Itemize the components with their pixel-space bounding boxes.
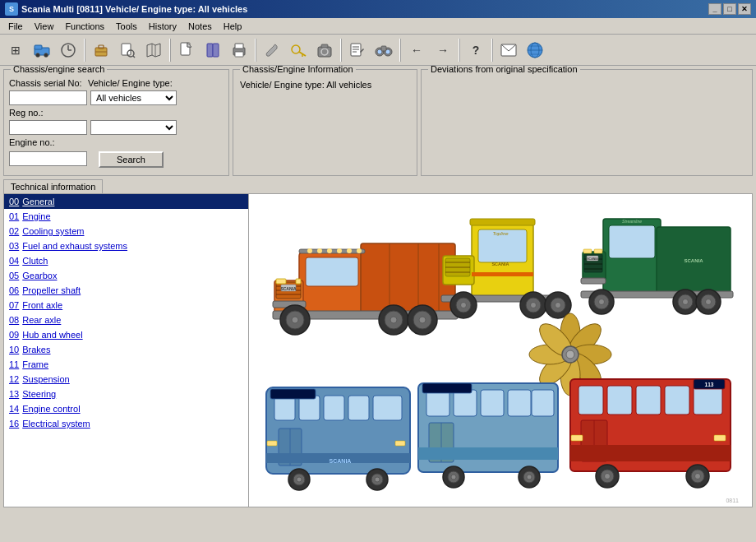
svg-point-89 [461,303,467,308]
panels-row: Chassis/engine search Chassis serial No:… [3,69,753,176]
forward-button[interactable]: → [431,38,455,63]
key-button[interactable] [286,38,311,63]
blue-bus-center [418,383,558,488]
clock-button[interactable] [56,38,81,63]
list-item-07[interactable]: 07 Front axle [4,298,248,313]
searchdoc-button[interactable] [115,38,140,63]
title-bar: S Scania Multi [0811] Vehicle/ Engine ty… [0,0,756,18]
svg-rect-154 [454,390,477,416]
list-item-04[interactable]: 04 Clutch [4,253,248,268]
tech-list[interactable]: 00 General 01 Engine 02 Cooling system 0… [4,194,249,507]
svg-text:SCANIA: SCANIA [280,286,297,291]
svg-point-72 [317,248,322,253]
menu-help[interactable]: Help [219,20,247,33]
menu-notes[interactable]: Notes [183,20,217,33]
svg-rect-178 [570,445,731,461]
list-item-03[interactable]: 03 Fuel and exhaust systems [4,239,248,253]
menu-functions[interactable]: Functions [60,20,109,33]
sep1 [84,39,85,62]
svg-rect-28 [321,44,328,48]
list-item-01[interactable]: 01 Engine [4,209,248,224]
edit-button[interactable] [345,38,370,63]
svg-point-164 [451,475,456,479]
vehicle-type-label: Vehicle/ Engine type: [88,78,173,88]
menu-view[interactable]: View [30,20,59,33]
svg-rect-157 [532,390,554,416]
green-truck: SCANIA Streamline SCANIA [581,219,733,314]
list-item-08[interactable]: 08 Rear axle [4,313,248,327]
help-button[interactable]: ? [463,38,488,63]
main-content: Chassis/engine search Chassis serial No:… [0,66,756,542]
search-button[interactable]: Search [99,151,164,168]
chassis-input[interactable] [9,90,87,105]
regno-dropdown[interactable] [90,120,177,135]
yellow-truck: SCANIA Topline [441,219,571,318]
tech-tab[interactable]: Technical information [3,179,103,193]
svg-point-122 [706,299,712,305]
close-button[interactable]: ✕ [738,3,751,15]
back-button[interactable]: ← [404,38,429,63]
engineno-row: Engine no.: [9,137,224,147]
toolbar: ⊞ ← → ? [0,35,756,66]
vehicle-button[interactable] [30,38,54,63]
vehicle-type-select[interactable]: All vehicles Trucks Buses Engines [90,90,177,105]
regno-input[interactable] [9,120,87,135]
map-button[interactable] [141,38,166,63]
svg-point-76 [357,248,362,253]
list-item-11[interactable]: 11 Frame [4,357,248,372]
svg-rect-108 [583,249,592,253]
svg-rect-161 [418,447,558,460]
engineno-inputs-row: Search [9,150,224,168]
list-item-02[interactable]: 02 Cooling system [4,224,248,239]
sep3 [255,39,256,62]
svg-rect-171 [636,386,661,415]
svg-point-132 [566,350,574,359]
wrench-button[interactable] [260,38,284,63]
svg-rect-172 [665,386,689,415]
minimize-button[interactable]: _ [708,3,721,15]
svg-point-95 [555,303,561,308]
svg-rect-96 [470,219,535,225]
svg-rect-18 [207,44,213,57]
list-item-13[interactable]: 13 Steering [4,387,248,401]
svg-point-3 [44,53,48,57]
globe-button[interactable] [523,38,547,63]
menu-history[interactable]: History [144,20,182,33]
svg-rect-156 [508,390,531,416]
list-item-10[interactable]: 10 Brakes [4,342,248,357]
svg-rect-21 [235,44,243,49]
svg-point-66 [390,317,397,323]
menu-file[interactable]: File [3,20,28,33]
engineno-input[interactable] [9,151,87,166]
email-button[interactable] [496,38,521,63]
list-item-12[interactable]: 12 Suspension [4,372,248,387]
svg-rect-150 [267,441,277,446]
svg-rect-19 [213,44,219,57]
document-button[interactable] [174,38,199,63]
info-text: Vehicle/ Engine type: All vehicles [238,78,412,91]
search-panel: Chassis/engine search Chassis serial No:… [3,69,229,176]
list-item-16[interactable]: 16 Electrical system [4,416,248,431]
list-item-14[interactable]: 14 Engine control [4,401,248,416]
svg-rect-138 [373,396,402,420]
printer-button[interactable] [227,38,251,63]
title-bar-text: Scania Multi [0811] Vehicle/ Engine type… [21,4,247,14]
menu-bar: File View Functions Tools History Notes … [0,18,756,35]
svg-rect-1 [35,45,42,49]
sep6 [459,39,460,62]
camera-button[interactable] [312,38,337,63]
list-item-00[interactable]: 00 General [4,194,248,209]
toolbox-button[interactable] [89,38,113,63]
list-item-05[interactable]: 05 Gearbox [4,268,248,283]
book-button[interactable] [201,38,225,63]
svg-rect-110 [581,278,606,284]
list-item-06[interactable]: 06 Propeller shaft [4,283,248,298]
grid-button[interactable]: ⊞ [3,38,28,63]
maximize-button[interactable]: □ [723,3,736,15]
list-item-09[interactable]: 09 Hub and wheel [4,327,248,342]
menu-tools[interactable]: Tools [111,20,142,33]
svg-rect-137 [348,396,369,420]
binoculars-button[interactable] [371,38,396,63]
svg-point-71 [307,248,312,253]
search-panel-title: Chassis/engine search [11,66,107,74]
